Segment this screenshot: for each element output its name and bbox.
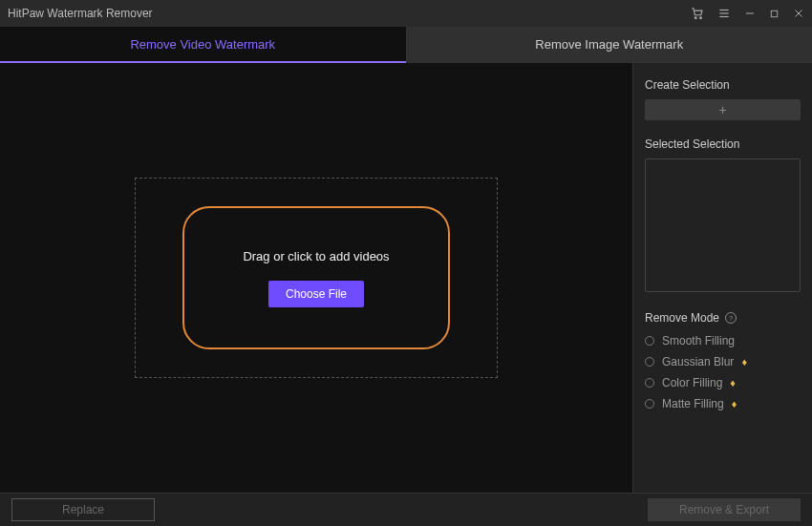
footer: Replace Remove & Export	[0, 493, 812, 526]
tab-image[interactable]: Remove Image Watermark	[406, 27, 813, 62]
svg-rect-6	[771, 11, 777, 16]
titlebar: HitPaw Watermark Remover	[0, 0, 812, 27]
help-icon[interactable]: ?	[725, 312, 737, 324]
sidebar: Create Selection + Selected Selection Re…	[632, 63, 812, 493]
selection-preview	[645, 158, 801, 292]
dropzone-text: Drag or click to add videos	[243, 249, 389, 263]
tab-video-label: Remove Video Watermark	[130, 37, 275, 52]
choose-file-button[interactable]: Choose File	[268, 281, 364, 307]
close-icon[interactable]	[793, 8, 804, 19]
mode-label: Matte Filling	[662, 397, 724, 410]
diamond-icon: ♦	[732, 398, 737, 410]
titlebar-controls	[691, 7, 804, 20]
tabs: Remove Video Watermark Remove Image Wate…	[0, 27, 812, 63]
radio-icon	[645, 399, 654, 409]
minimize-icon[interactable]	[744, 8, 756, 19]
cart-icon[interactable]	[691, 7, 704, 20]
selected-selection-label: Selected Selection	[645, 137, 801, 151]
export-button[interactable]: Remove & Export	[648, 498, 801, 521]
menu-icon[interactable]	[717, 7, 731, 20]
create-selection-button[interactable]: +	[645, 99, 801, 120]
replace-button[interactable]: Replace	[11, 498, 155, 521]
svg-point-1	[700, 17, 702, 19]
tab-image-label: Remove Image Watermark	[535, 37, 683, 52]
mode-option-smooth[interactable]: Smooth Filling	[645, 334, 801, 347]
radio-icon	[645, 378, 654, 388]
radio-icon	[645, 336, 654, 346]
mode-option-color[interactable]: Color Filling ♦	[645, 376, 801, 389]
plus-icon: +	[718, 102, 726, 117]
diamond-icon: ♦	[741, 356, 747, 368]
mode-option-matte[interactable]: Matte Filling ♦	[645, 397, 801, 410]
maximize-icon[interactable]	[769, 9, 780, 19]
workspace: Drag or click to add videos Choose File	[0, 63, 632, 493]
mode-label: Smooth Filling	[662, 334, 735, 347]
dropzone[interactable]: Drag or click to add videos Choose File	[135, 178, 498, 378]
app-title: HitPaw Watermark Remover	[8, 7, 691, 20]
mode-label: Color Filling	[662, 376, 722, 389]
tab-video[interactable]: Remove Video Watermark	[0, 27, 406, 62]
dropzone-inner[interactable]: Drag or click to add videos Choose File	[182, 206, 450, 349]
svg-point-0	[694, 17, 696, 19]
mode-options: Smooth Filling Gaussian Blur ♦ Color Fil…	[645, 334, 801, 410]
diamond-icon: ♦	[730, 377, 736, 389]
create-selection-label: Create Selection	[645, 78, 801, 92]
mode-label: Gaussian Blur	[662, 355, 734, 368]
remove-mode-label: Remove Mode	[645, 311, 719, 325]
remove-mode-header: Remove Mode ?	[645, 311, 801, 325]
mode-option-gaussian[interactable]: Gaussian Blur ♦	[645, 355, 801, 368]
radio-icon	[645, 357, 654, 367]
main: Drag or click to add videos Choose File …	[0, 63, 812, 493]
